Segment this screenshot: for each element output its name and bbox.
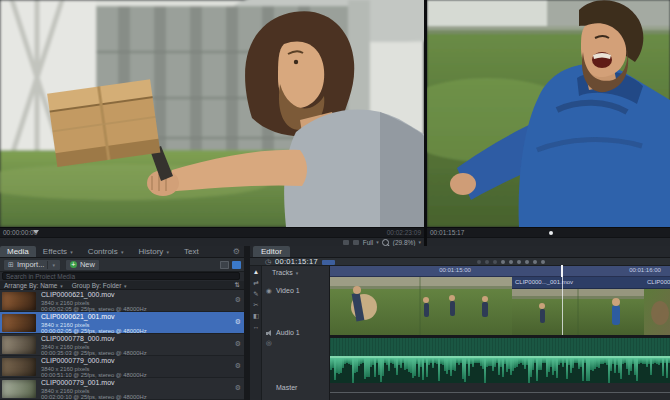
timeline[interactable]: 00:01:15:00 00:01:16:00 bbox=[330, 266, 670, 400]
media-search-row bbox=[0, 272, 244, 281]
tool-dot-button[interactable] bbox=[533, 260, 537, 264]
clip-filmstrip bbox=[644, 289, 670, 335]
ruler-timecode: 00:01:15:00 bbox=[415, 267, 495, 273]
track-headers: Tracks ▾ ◉ Video 1 Audio 1 ◎ Master bbox=[262, 266, 330, 400]
speaker-icon[interactable] bbox=[266, 330, 274, 337]
tab-effects[interactable]: Effects ▾ bbox=[36, 246, 81, 257]
timeline-video-clip[interactable] bbox=[330, 277, 512, 335]
video-editor-app: 00:00:00:00 00:02:23:09 ⟲ ⇄ ◁ ▮◀ ◀ ▶ ▶▮ … bbox=[0, 0, 670, 400]
fullscreen-icon[interactable] bbox=[353, 240, 359, 245]
media-clip-row[interactable]: CLIP0000778_000.mov 3840 x 2160 pixels 0… bbox=[0, 334, 244, 356]
timeline-ruler[interactable]: 00:01:15:00 00:01:16:00 bbox=[330, 266, 670, 277]
mask-tool-icon[interactable]: ◧ bbox=[250, 310, 262, 321]
tab-text[interactable]: Text bbox=[177, 246, 206, 257]
clip-name: CLIP0000621_001.mov bbox=[41, 313, 232, 321]
list-view-toggle[interactable] bbox=[220, 261, 229, 269]
tool-dot-button[interactable] bbox=[477, 260, 481, 264]
audio-track-lane[interactable] bbox=[330, 338, 670, 383]
clip-thumbnail bbox=[2, 336, 36, 354]
tool-dot-button[interactable] bbox=[493, 260, 497, 264]
media-tabbar: Media Effects ▾ Controls ▾ History ▾ Tex… bbox=[0, 246, 244, 258]
tracks-dropdown[interactable]: Tracks ▾ bbox=[272, 269, 299, 276]
audio-clip-body bbox=[330, 338, 670, 356]
timeline-viewer-playhead[interactable] bbox=[549, 231, 553, 235]
media-panel: Media Effects ▾ Controls ▾ History ▾ Tex… bbox=[0, 246, 244, 400]
tool-dot-button[interactable] bbox=[525, 260, 529, 264]
media-clip-row[interactable]: CLIP0000779_001.mov 3840 x 2160 pixels 0… bbox=[0, 378, 244, 400]
media-clip-row[interactable]: CLIP0000621_000.mov 3840 x 2160 pixels 0… bbox=[0, 290, 244, 312]
hand-tool-icon[interactable]: ↔ bbox=[250, 321, 262, 332]
master-track-label[interactable]: Master bbox=[276, 384, 297, 391]
media-clip-row-selected[interactable]: CLIP0000621_001.mov 3840 x 2160 pixels 0… bbox=[0, 312, 244, 334]
monitor-icon[interactable]: ◎ bbox=[266, 339, 272, 347]
search-input[interactable] bbox=[2, 272, 240, 280]
tool-dot-button[interactable] bbox=[541, 260, 545, 264]
video-track-lane[interactable]: CLIP0000..._001.mov CL bbox=[330, 277, 670, 335]
chevron-down-icon: ▾ bbox=[60, 283, 63, 289]
clock-icon: ◷ bbox=[265, 258, 271, 266]
eye-icon[interactable]: ◉ bbox=[266, 287, 272, 295]
source-seekbar[interactable]: 00:00:00:00 00:02:23:09 bbox=[0, 227, 424, 237]
tool-dot-button[interactable] bbox=[501, 260, 505, 264]
editor-panel: Editor ◷ 00:01:15:17 ▲ ⇄ ✎ ✂ ◧ bbox=[250, 246, 670, 400]
video-track-label[interactable]: Video 1 bbox=[276, 287, 300, 294]
clip-thumbnail bbox=[2, 380, 36, 398]
sort-direction-icon[interactable]: ⇅ bbox=[231, 281, 244, 289]
zoom-level-label[interactable]: (29.8%) bbox=[393, 239, 416, 246]
export-frame-icon[interactable] bbox=[343, 240, 349, 245]
tool-dot-button[interactable] bbox=[485, 260, 489, 264]
editor-tool-buttons bbox=[477, 260, 549, 264]
tab-controls[interactable]: Controls ▾ bbox=[81, 246, 132, 257]
clip-settings-icon[interactable]: ⚙ bbox=[235, 318, 241, 326]
tab-history[interactable]: History ▾ bbox=[131, 246, 177, 257]
editor-timecode[interactable]: 00:01:15:17 bbox=[275, 258, 318, 266]
clip-settings-icon[interactable]: ⚙ bbox=[235, 340, 241, 348]
plus-icon: + bbox=[70, 261, 77, 268]
tool-dot-button[interactable] bbox=[517, 260, 521, 264]
snap-toggle[interactable] bbox=[322, 260, 335, 265]
master-level-line bbox=[330, 392, 670, 393]
chevron-down-icon: ▾ bbox=[124, 283, 127, 289]
clip-settings-icon[interactable]: ⚙ bbox=[235, 384, 241, 392]
slip-tool-icon[interactable]: ⇄ bbox=[250, 277, 262, 288]
timeline-clip-name: CLIP0000..._001.mov bbox=[512, 277, 644, 289]
new-button[interactable]: + New bbox=[65, 259, 100, 271]
audio-track-label[interactable]: Audio 1 bbox=[276, 329, 300, 336]
arrange-by-dropdown[interactable]: Arrange By: Name ▾ bbox=[0, 282, 68, 289]
pen-tool-icon[interactable]: ✎ bbox=[250, 288, 262, 299]
panel-settings-icon[interactable]: ⚙ bbox=[229, 246, 244, 257]
clip-settings-icon[interactable]: ⚙ bbox=[235, 296, 241, 304]
timeline-viewer: 00:01:15:17 ⟲ ⇄ ◁ ▮◀ ◀ ▶ ▶▮ bbox=[427, 0, 670, 246]
media-clip-list: CLIP0000621_000.mov 3840 x 2160 pixels 0… bbox=[0, 290, 244, 400]
select-tool-icon[interactable]: ▲ bbox=[250, 266, 262, 277]
zoom-magnifier-icon bbox=[382, 239, 389, 246]
timeline-video-clip[interactable]: CLIP0000..._001.mov bbox=[644, 277, 670, 335]
tab-editor[interactable]: Editor bbox=[253, 246, 290, 257]
tile-view-toggle[interactable] bbox=[232, 261, 241, 269]
timeline-playhead[interactable] bbox=[561, 265, 563, 277]
editor-toolbar: ◷ 00:01:15:17 bbox=[250, 258, 670, 266]
razor-tool-icon[interactable]: ✂ bbox=[250, 299, 262, 310]
tool-dot-button[interactable] bbox=[509, 260, 513, 264]
media-clip-row[interactable]: CLIP0000779_000.mov 3840 x 2160 pixels 0… bbox=[0, 356, 244, 378]
import-button[interactable]: ⊞ Import... ▾ bbox=[3, 259, 61, 271]
chevron-down-icon: ▾ bbox=[296, 270, 299, 276]
chevron-down-icon: ▾ bbox=[121, 249, 124, 255]
master-track-lane[interactable] bbox=[330, 383, 670, 400]
timeline-preview-image bbox=[427, 0, 670, 227]
import-icon: ⊞ bbox=[8, 261, 14, 269]
clip-settings-icon[interactable]: ⚙ bbox=[235, 362, 241, 370]
tab-media[interactable]: Media bbox=[0, 246, 36, 257]
timeline-viewer-seekbar[interactable]: 00:01:15:17 bbox=[427, 227, 670, 237]
source-playhead-marker[interactable] bbox=[33, 230, 39, 234]
media-toolbar: ⊞ Import... ▾ + New bbox=[0, 258, 244, 272]
fit-mode-label[interactable]: Full bbox=[363, 239, 373, 246]
source-timecode-total: 00:02:23:09 bbox=[384, 228, 424, 237]
source-viewer: 00:00:00:00 00:02:23:09 ⟲ ⇄ ◁ ▮◀ ◀ ▶ ▶▮ … bbox=[0, 0, 424, 246]
group-by-dropdown[interactable]: Group By: Folder ▾ bbox=[68, 282, 132, 289]
source-control-bar: ⟲ ⇄ ◁ ▮◀ ◀ ▶ ▶▮ Full ▾ (29.8%) ▾ bbox=[0, 237, 424, 246]
timeline-playhead-line bbox=[562, 277, 563, 335]
timeline-video-clip[interactable]: CLIP0000..._001.mov bbox=[512, 277, 644, 335]
clip-name: CLIP0000621_000.mov bbox=[41, 291, 232, 299]
chevron-down-icon: ▾ bbox=[70, 249, 73, 255]
